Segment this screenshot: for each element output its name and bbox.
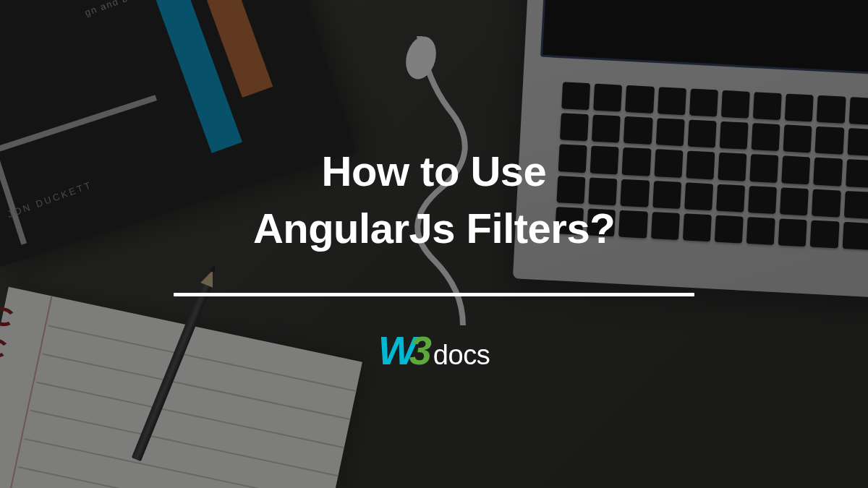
- hero-title: How to Use AngularJs Filters?: [253, 143, 615, 257]
- logo-letter-w: W: [378, 327, 412, 374]
- logo-mark: W3: [378, 327, 427, 374]
- logo-letter-3: 3: [409, 327, 427, 374]
- title-line-2: AngularJs Filters?: [253, 205, 615, 252]
- brand-logo: W3 docs: [378, 327, 490, 374]
- title-line-1: How to Use: [322, 147, 547, 194]
- logo-text: docs: [433, 340, 490, 371]
- hero-content: How to Use AngularJs Filters? W3 docs: [174, 143, 694, 374]
- title-divider: [174, 293, 694, 296]
- hero-banner: L&CSS gn and build websites JON DUCKETT: [0, 0, 868, 488]
